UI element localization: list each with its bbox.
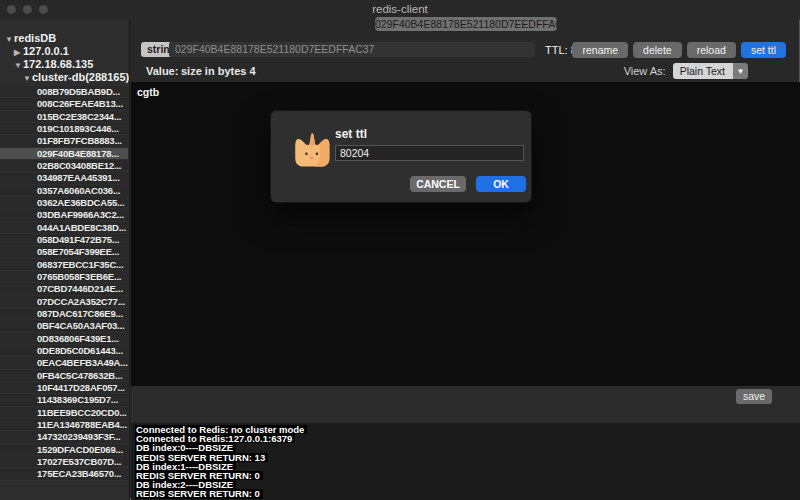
ok-button[interactable]: OK [476, 176, 526, 192]
save-button[interactable]: save [736, 389, 772, 404]
save-bar: save [131, 386, 800, 423]
server-tree: ▼redisDB▶127.0.0.1▼172.18.68.135▼cluster… [0, 32, 129, 84]
key-list-item[interactable]: 0DE8D5C0D61443... [0, 345, 128, 357]
key-list-item[interactable]: 0362AE36BDCA55... [0, 197, 128, 209]
key-list-item[interactable]: 175ECA23B46570... [0, 468, 128, 480]
set-ttl-dialog: set ttl CANCEL OK [270, 110, 532, 203]
key-list-item[interactable]: 0BF4CA50A3AF03... [0, 320, 128, 332]
chevron-down-icon: ▼ [733, 63, 748, 79]
rename-button[interactable]: rename [572, 42, 628, 58]
key-header-row: string 029F40B4E88178E521180D7EEDFFAC37 … [131, 40, 800, 60]
key-list: 008B79D5BAB9D...008C26FEAE4B13...015BC2E… [0, 86, 128, 481]
value-size-info: size in bytes 4 [181, 65, 256, 77]
key-list-item[interactable]: 0EAC4BEFB3A49A... [0, 357, 128, 369]
view-as-select[interactable]: Plain Text ▼ [673, 63, 748, 79]
key-list-item[interactable]: 01F8FB7FCB8883... [0, 135, 128, 147]
key-list-item[interactable]: 17027E537CB07D... [0, 456, 128, 468]
key-list-item[interactable]: 029F40B4E88178... [0, 148, 128, 160]
disclosure-triangle-icon[interactable]: ▼ [5, 33, 14, 45]
reload-button[interactable]: reload [687, 42, 736, 58]
key-list-item[interactable]: 0765B058F3EB6E... [0, 271, 128, 283]
ttl-input[interactable] [335, 145, 524, 161]
tree-node-label: redisDB [14, 32, 56, 44]
key-list-item[interactable]: 015BC2E38C2344... [0, 111, 128, 123]
key-list-item[interactable]: 02B8C03408BE12... [0, 160, 128, 172]
key-list-item[interactable]: 044A1ABDE8C38D... [0, 222, 128, 234]
key-list-item[interactable]: 0357A6060AC036... [0, 185, 128, 197]
dialog-title: set ttl [335, 127, 367, 141]
app-icon [290, 129, 332, 172]
key-list-item[interactable]: 058E7054F399EE... [0, 246, 128, 258]
view-as-selected-value: Plain Text [673, 63, 733, 79]
main-panel: string 029F40B4E88178E521180D7EEDFFAC37 … [131, 19, 800, 500]
key-list-item[interactable]: 11EA1346788EAB4... [0, 419, 128, 431]
value-label: Value: [146, 65, 178, 77]
key-list-item[interactable]: 147320239493F3F... [0, 431, 128, 443]
key-list-item[interactable]: 11438369C195D7... [0, 394, 128, 406]
tree-node-label: 127.0.0.1 [23, 45, 69, 57]
key-list-item[interactable]: 0FB4C5C478632B... [0, 370, 128, 382]
sidebar: ▼redisDB▶127.0.0.1▼172.18.68.135▼cluster… [0, 19, 130, 500]
disclosure-triangle-icon[interactable]: ▶ [14, 46, 23, 58]
key-list-item[interactable]: 008C26FEAE4B13... [0, 98, 128, 110]
key-list-item[interactable]: 1529DFACD0E069... [0, 444, 128, 456]
delete-button[interactable]: delete [633, 42, 682, 58]
tree-node[interactable]: ▶127.0.0.1 [0, 45, 129, 58]
log-console: Connected to Redis: no cluster modeConne… [131, 423, 800, 500]
key-list-item[interactable]: 10F4417D28AF057... [0, 382, 128, 394]
key-list-item[interactable]: 019C101893C446... [0, 123, 128, 135]
key-list-item[interactable]: 087DAC617C86E9... [0, 308, 128, 320]
tree-node[interactable]: ▼cluster-db(288165) [0, 71, 129, 84]
key-list-item[interactable]: 0D836806F439E1... [0, 333, 128, 345]
window-title: redis-client [0, 3, 800, 15]
tree-node-label: cluster-db(288165) [32, 71, 129, 83]
key-list-item[interactable]: 034987EAA45391... [0, 172, 128, 184]
key-list-item[interactable]: 11BEE9BCC20CD0... [0, 407, 128, 419]
set-ttl-button[interactable]: set ttl [741, 42, 786, 58]
cancel-button[interactable]: CANCEL [410, 176, 466, 192]
tree-node[interactable]: ▼172.18.68.135 [0, 58, 129, 71]
key-list-item[interactable]: 03DBAF9966A3C2... [0, 209, 128, 221]
tree-node-label: 172.18.68.135 [23, 58, 93, 70]
tree-node[interactable]: ▼redisDB [0, 32, 129, 45]
view-as-label: View As: [624, 65, 666, 77]
log-line: REDIS SERVER RETURN: 0 [135, 489, 263, 498]
key-name-field[interactable]: 029F40B4E88178E521180D7EEDFFAC37 [169, 42, 535, 57]
value-text: cgtb [131, 83, 159, 98]
key-list-item[interactable]: 008B79D5BAB9D... [0, 86, 128, 98]
key-list-item[interactable]: 07CBD7446D214E... [0, 283, 128, 295]
key-list-item[interactable]: 06837EBCC1F35C... [0, 259, 128, 271]
app-window: redis-client 029F40B4E88178E521180D7EEDF… [0, 0, 800, 500]
value-info-row: Value: size in bytes 4 View As: Plain Te… [131, 62, 800, 82]
disclosure-triangle-icon[interactable]: ▼ [23, 72, 32, 84]
key-list-item[interactable]: 058D491F472B75... [0, 234, 128, 246]
disclosure-triangle-icon[interactable]: ▼ [14, 59, 23, 71]
key-list-item[interactable]: 07DCCA2A352C77... [0, 296, 128, 308]
